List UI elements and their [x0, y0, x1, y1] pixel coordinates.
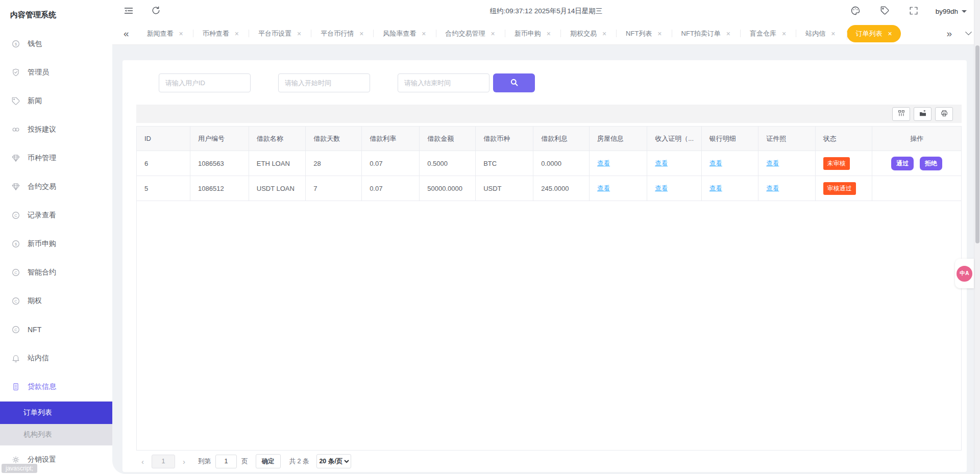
view-bank-detail-link[interactable]: 查看	[709, 185, 722, 192]
sidebar-item-contract-trade[interactable]: 合约交易	[0, 172, 112, 201]
vertical-scrollbar[interactable]	[974, 0, 980, 474]
refresh-button[interactable]	[149, 4, 163, 19]
tab-risk-rate-view[interactable]: 风险率查看×	[373, 22, 435, 45]
view-id-photo-link[interactable]: 查看	[766, 185, 779, 192]
theme-button[interactable]	[848, 4, 863, 19]
cell-loan-name: ETH LOAN	[249, 151, 306, 176]
col-header-bank-detail: 银行明细	[701, 127, 758, 151]
close-icon[interactable]: ×	[359, 30, 363, 37]
tag-icon	[11, 96, 20, 106]
close-icon[interactable]: ×	[602, 30, 606, 37]
sidebar-item-label: 管理员	[28, 68, 49, 77]
goto-page-input[interactable]	[215, 455, 237, 468]
close-icon[interactable]: ×	[235, 30, 239, 37]
search-button[interactable]	[493, 73, 535, 92]
sidebar-item-admin[interactable]: 管理员	[0, 58, 112, 87]
export-button[interactable]	[914, 107, 932, 121]
close-icon[interactable]: ×	[422, 30, 426, 37]
page-unit-label: 页	[241, 457, 248, 466]
tabs-scroll-right-button[interactable]: »	[943, 28, 955, 39]
view-house-info-link[interactable]: 查看	[597, 185, 610, 192]
view-income-proof-link[interactable]: 查看	[655, 160, 668, 167]
tab-nft-list[interactable]: NFT列表×	[616, 22, 671, 45]
tab-contract-trade-mgmt[interactable]: 合约交易管理×	[436, 22, 505, 45]
table-toolbar	[136, 105, 962, 123]
coin-icon: C	[11, 296, 20, 306]
columns-toggle-button[interactable]	[892, 107, 910, 121]
sidebar-item-options[interactable]: C 期权	[0, 287, 112, 315]
close-icon[interactable]: ×	[491, 30, 495, 37]
search-row	[159, 73, 962, 92]
page-size-select[interactable]: 20 条/页	[316, 454, 351, 468]
status-badge: 审核通过	[823, 182, 856, 195]
user-menu[interactable]: by99dh	[936, 8, 967, 15]
tab-platform-coin-quotes[interactable]: 平台币行情×	[311, 22, 373, 45]
next-page-button[interactable]: ›	[180, 457, 188, 466]
app-title: 内容管理系统	[0, 0, 112, 30]
sidebar-item-wallet[interactable]: $ 钱包	[0, 30, 112, 58]
scrollbar-thumb[interactable]	[975, 45, 979, 243]
cell-loan-currency: BTC	[476, 151, 533, 176]
goto-confirm-button[interactable]: 确定	[256, 454, 281, 468]
tab-new-coin-subscribe[interactable]: 新币申购×	[505, 22, 560, 45]
sidebar-item-loan-info[interactable]: 贷款信息	[0, 372, 112, 401]
view-income-proof-link[interactable]: 查看	[655, 185, 668, 192]
approve-button[interactable]: 通过	[891, 157, 914, 170]
tab-options-trade[interactable]: 期权交易×	[560, 22, 616, 45]
current-page-button[interactable]: 1	[152, 455, 175, 468]
submenu-item-institution-list[interactable]: 机构列表	[0, 424, 112, 445]
print-button[interactable]	[935, 107, 953, 121]
coin-icon: C	[11, 268, 20, 277]
view-bank-detail-link[interactable]: 查看	[709, 160, 722, 167]
tabs-menu-chevron-icon[interactable]	[965, 29, 972, 35]
start-time-input[interactable]	[278, 73, 370, 92]
prev-page-button[interactable]: ‹	[138, 457, 147, 466]
view-house-info-link[interactable]: 查看	[597, 160, 610, 167]
close-icon[interactable]: ×	[547, 30, 551, 37]
tab-nft-auction-orders[interactable]: NFT拍卖订单×	[672, 22, 740, 45]
col-header-loan-name: 借款名称	[249, 127, 306, 151]
tab-site-messages[interactable]: 站内信×	[796, 22, 845, 45]
reject-button[interactable]: 拒绝	[920, 157, 942, 170]
close-icon[interactable]: ×	[831, 30, 835, 37]
tags-button[interactable]	[878, 4, 892, 19]
collapse-sidebar-button[interactable]	[121, 4, 136, 19]
fullscreen-button[interactable]	[907, 4, 920, 19]
close-icon[interactable]: ×	[657, 30, 662, 37]
tab-platform-coin-settings[interactable]: 平台币设置×	[249, 22, 311, 45]
close-icon[interactable]: ×	[297, 30, 301, 37]
cell-loan-rate: 0.07	[362, 151, 420, 176]
link-icon	[11, 125, 20, 134]
sidebar-item-currency-mgmt[interactable]: 币种管理	[0, 144, 112, 172]
sidebar-item-smart-contract[interactable]: C 智能合约	[0, 258, 112, 287]
end-time-input[interactable]	[398, 73, 489, 92]
sidebar-item-messages[interactable]: 站内信	[0, 344, 112, 372]
svg-text:$: $	[15, 242, 17, 246]
close-icon[interactable]: ×	[726, 30, 730, 37]
submenu-item-order-list[interactable]: 订单列表	[0, 402, 112, 424]
close-icon[interactable]: ×	[179, 30, 183, 37]
gear-icon	[11, 455, 20, 464]
tab-currency-view[interactable]: 币种查看×	[193, 22, 249, 45]
link-status-tooltip: javascript;	[2, 464, 37, 473]
sidebar-item-news[interactable]: 新闻	[0, 87, 112, 115]
columns-icon	[897, 109, 905, 119]
tab-order-list[interactable]: 订单列表×	[847, 25, 900, 42]
view-id-photo-link[interactable]: 查看	[766, 160, 779, 167]
loan-info-submenu: 订单列表 机构列表	[0, 401, 112, 445]
user-id-input[interactable]	[159, 73, 251, 92]
translate-widget[interactable]: 中A	[955, 259, 974, 288]
tab-news-view[interactable]: 新闻查看×	[137, 22, 193, 45]
tab-blind-box-warehouse[interactable]: 盲盒仓库×	[740, 22, 796, 45]
cell-user-no: 1086512	[190, 176, 249, 201]
sidebar-item-nft[interactable]: C NFT	[0, 315, 112, 344]
tabs-scroll-left-button[interactable]: «	[120, 28, 132, 39]
chevron-down-icon	[962, 10, 967, 13]
dollar-circle-icon: $	[11, 39, 20, 48]
sidebar-item-feedback[interactable]: 投拆建议	[0, 115, 112, 144]
svg-text:C: C	[14, 299, 17, 304]
close-icon[interactable]: ×	[888, 30, 892, 37]
close-icon[interactable]: ×	[782, 30, 786, 37]
sidebar-item-records[interactable]: C 记录查看	[0, 201, 112, 230]
sidebar-item-new-coin[interactable]: $ 新币申购	[0, 230, 112, 258]
